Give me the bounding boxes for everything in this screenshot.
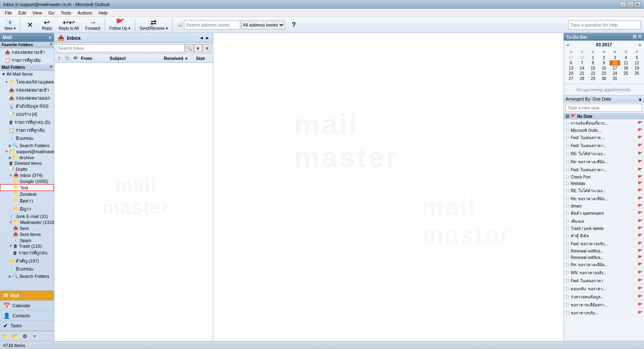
task-17-flag[interactable]: 🚩 <box>638 242 642 246</box>
task-item-18[interactable]: ☐ Renewal notifica... 🚩 <box>564 248 644 255</box>
address-books-input[interactable] <box>184 21 240 29</box>
maximize-button[interactable]: □ <box>627 2 634 7</box>
task-19-flag[interactable]: 🚩 <box>638 255 642 260</box>
shortcut-arrow[interactable]: ▾ <box>31 332 39 340</box>
cal-day-30[interactable]: 30 <box>599 76 609 81</box>
cal-day-28prev[interactable]: 28 <box>576 55 587 60</box>
cal-day-21[interactable]: 21 <box>576 71 587 76</box>
menu-file[interactable]: File <box>2 10 15 16</box>
cal-day-28[interactable]: 28 <box>576 76 587 81</box>
task-item-17[interactable]: ☐ Fwd: ขอราคาลบรับ... 🚩 <box>564 240 644 248</box>
task-10-flag[interactable]: 🚩 <box>638 189 642 193</box>
deleted-items[interactable]: 🗑 Deleted Items <box>0 160 54 166</box>
col-size-header[interactable]: Size <box>196 56 212 61</box>
task-21-flag[interactable]: 🚩 <box>638 271 642 275</box>
task-item-9[interactable]: ☐ Webdav 🚩 <box>564 181 644 187</box>
cal-day-5[interactable]: 5 <box>632 55 642 60</box>
close-button[interactable]: ✕ <box>634 2 641 7</box>
all-mail-items[interactable]: ▼ All Mail Items <box>0 71 54 77</box>
cal-day-18[interactable]: 18 <box>620 66 631 71</box>
new-button[interactable]: 📧 New ▾ <box>2 18 19 32</box>
followup-button[interactable]: 🚩 Follow Up ▾ <box>107 18 133 32</box>
task-item-10[interactable]: ☐ RE: ใบโต้ตำนวอง... 🚩 <box>564 187 644 195</box>
task-26-flag[interactable]: 🚩 <box>638 311 642 315</box>
task-15-flag[interactable]: 🚩 <box>638 226 642 231</box>
rss-feeds[interactable]: 📡 ตัวอัปข้อมูล RSS <box>0 102 54 110</box>
inbox-expand-icon[interactable]: ► <box>205 35 210 40</box>
mail-panel-collapse-icon[interactable]: « <box>49 35 52 40</box>
task-item-7[interactable]: ☐ Fwd: ใบเสนอราคา... 🚩 <box>564 166 644 174</box>
task-item-4[interactable]: ☐ Fwd: ใบเสนอราคา... 🚩 <box>564 142 644 150</box>
cal-day-27[interactable]: 27 <box>566 76 576 81</box>
cal-day-17[interactable]: 17 <box>609 66 620 71</box>
menu-view[interactable]: View <box>29 10 45 16</box>
drafts-support[interactable]: 📝 Drafts <box>0 166 54 172</box>
cal-day-13[interactable]: 13 <box>566 66 576 71</box>
cal-day-31[interactable]: 31 <box>609 76 620 81</box>
task-11-flag[interactable]: 🚩 <box>638 197 642 201</box>
test-folder[interactable]: 📁 Test <box>0 184 54 191</box>
address-books-select[interactable]: All address books <box>241 21 285 29</box>
col-subject-header[interactable]: Subject <box>108 56 164 61</box>
task-item-20[interactable]: ☐ Re: ขอราคาละลือ้อ... 🚩 <box>564 261 644 269</box>
cal-day-7[interactable]: 7 <box>576 60 587 66</box>
cal-day-12[interactable]: 12 <box>632 60 642 66</box>
inbox-search-dropdown[interactable]: ▾ <box>194 44 202 52</box>
cal-day-20[interactable]: 20 <box>566 71 576 76</box>
cal-day-3[interactable]: 3 <box>609 55 620 60</box>
shortcut-open[interactable]: 📂 <box>11 332 19 340</box>
cal-day-9[interactable]: 9 <box>599 60 609 66</box>
task-item-8[interactable]: ☐ Check Port 🚩 <box>564 174 644 181</box>
task-item-25[interactable]: ☐ ขอราคาละลือ้อสรา... 🚩 <box>564 301 644 309</box>
cal-day-25[interactable]: 25 <box>620 71 631 76</box>
menu-go[interactable]: Go <box>45 10 58 16</box>
reply-all-button[interactable]: ↩↩ Reply to All <box>56 18 82 32</box>
google-folder[interactable]: 📁 Google (1555) <box>0 178 54 184</box>
cal-day-4[interactable]: 4 <box>620 55 631 60</box>
nav-mail[interactable]: ✉ Mail <box>0 291 54 301</box>
task-9-flag[interactable]: 🚩 <box>638 181 642 186</box>
itsao-folder[interactable]: 📁 อีตสาว <box>0 197 54 205</box>
task-item-26[interactable]: ☐ ขอราคาลบรับ... 🚩 <box>564 309 644 317</box>
nav-calendar[interactable]: 📅 Calendar <box>0 301 54 311</box>
cal-day-11[interactable]: 11 <box>620 60 631 66</box>
task-bar-scroll-icon[interactable]: ▲ <box>638 96 642 101</box>
task-14-flag[interactable]: 🚩 <box>638 219 642 224</box>
col-received-header[interactable]: Received ▼ <box>164 56 196 61</box>
cal-day-22[interactable]: 22 <box>588 71 599 76</box>
reply-button[interactable]: ↩ Reply <box>39 18 55 32</box>
cal-day-1[interactable]: 1 <box>588 55 599 60</box>
favorite-folders-collapse[interactable]: ^ <box>50 43 52 47</box>
inbox-close-button[interactable]: ✕ <box>202 44 211 52</box>
task-6-flag[interactable]: 🚩 <box>638 160 642 164</box>
task-item-23[interactable]: ☐ ตอบกลับ: ขอราคา... 🚩 <box>564 285 644 293</box>
forward-button[interactable]: → Forward <box>83 18 103 32</box>
send-receive-button[interactable]: ⇄ Send/Receive ▾ <box>137 18 171 32</box>
cal-day-10-today[interactable]: 10 <box>609 60 620 66</box>
fav-inbox[interactable]: 📥 กล่องจดหมายเข้า <box>0 48 54 56</box>
personal-outbox[interactable]: 📤 กล่องจดหมายออก <box>0 94 54 102</box>
task-item-1[interactable]: ☐ การแจ้งเตือนเกี่ยวก... 🚩 <box>564 119 644 127</box>
task-item-14[interactable]: ☐ เพิ่มเมล 🚩 <box>564 218 644 226</box>
task-4-flag[interactable]: 🚩 <box>638 144 642 148</box>
filter-icon[interactable]: ▼ <box>184 57 188 61</box>
zendesk-folder[interactable]: 📁 Zendesk <box>0 191 54 197</box>
task-22-flag[interactable]: 🚩 <box>638 279 642 283</box>
task-18-flag[interactable]: 🚩 <box>638 249 642 253</box>
junk-personal[interactable]: 📧 อีเมลขยะ <box>0 134 54 142</box>
personal-inbox[interactable]: 📥 กล่องจดหมายเข้า <box>0 86 54 94</box>
menu-actions[interactable]: Actions <box>74 10 95 16</box>
menu-edit[interactable]: Edit <box>15 10 29 16</box>
task-16-flag[interactable]: 🚩 <box>638 234 642 238</box>
inbox-search-button[interactable]: 🔍 <box>185 44 194 52</box>
nav-contacts[interactable]: 👤 Contacts <box>0 311 54 321</box>
task-item-3[interactable]: ☐ Fwd: ใบเสนอราค... 🚩 <box>564 134 644 142</box>
junk-email-31[interactable]: 📧 Junk E-mail (31) <box>0 213 54 219</box>
cal-day-8[interactable]: 8 <box>588 60 599 66</box>
shortcut-settings[interactable]: ⚙ <box>21 332 29 340</box>
drafts-personal[interactable]: 📝 แบบร่าง [4] <box>0 110 54 118</box>
fav-tasks[interactable]: 📋 รายการที่ลูกส้ม <box>0 56 54 64</box>
inbox-374[interactable]: ▼ 📥 Inbox (374) <box>0 172 54 178</box>
cal-day-19[interactable]: 19 <box>632 66 642 71</box>
task-item-5[interactable]: ☐ RE: ใบโต้ตำนวอง... 🚩 <box>564 150 644 158</box>
